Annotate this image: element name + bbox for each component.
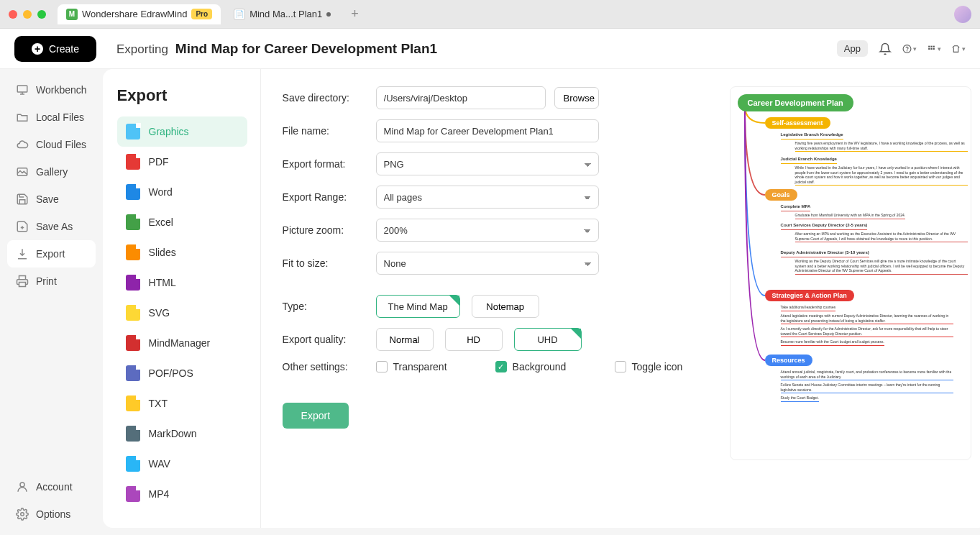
mm-branch-strategies: Strategies & Action Plan [765,290,854,301]
mm-node: As I currently work directly for the Adm… [781,326,953,337]
titlebar: M Wondershare EdrawMind Pro 📄 Mind Ma...… [0,0,980,29]
plus-icon: + [32,43,43,55]
mm-node: Working as the Deputy Director of Court … [795,258,968,275]
quality-uhd-button[interactable]: UHD [514,328,582,351]
txt-file-icon [126,395,140,411]
save-dir-input[interactable] [376,86,546,109]
format-svg[interactable]: SVG [117,298,247,328]
folder-icon [16,111,29,124]
checkbox-checked-icon: ✓ [495,361,507,372]
format-mp4[interactable]: MP4 [117,479,247,509]
minimize-window-icon[interactable] [23,10,32,19]
format-slides[interactable]: Slides [117,237,247,268]
format-wav[interactable]: WAV [117,449,247,479]
help-icon[interactable]: ▾ [902,42,917,56]
browse-button[interactable]: Browse [554,87,599,109]
user-avatar[interactable] [954,6,971,23]
gear-icon [16,508,29,521]
background-checkbox[interactable]: ✓Background [495,361,589,372]
shirt-icon[interactable]: ▾ [951,42,966,56]
svg-rect-10 [19,283,26,287]
format-txt[interactable]: TXT [117,388,247,419]
export-button[interactable]: Export [283,403,349,429]
mindmanager-file-icon [126,335,140,351]
sidebar-item-account[interactable]: Account [7,473,96,500]
sidebar-item-label: Cloud Files [36,139,86,150]
other-settings-label: Other settings: [283,361,376,372]
tab-app-label: Wondershare EdrawMind [82,9,187,19]
svg-rect-4 [933,45,935,47]
export-format-select[interactable]: PNG [376,152,599,175]
app-button[interactable]: App [837,40,868,57]
format-label: Excel [149,216,173,228]
format-word[interactable]: Word [117,177,247,207]
grid-icon[interactable]: ▾ [927,42,941,56]
format-mindmanager[interactable]: MindManager [117,328,247,358]
fit-to-size-select[interactable]: None [376,252,599,275]
format-html[interactable]: HTML [117,268,247,298]
sidebar-item-label: Save As [36,221,73,232]
export-range-label: Export Range: [283,191,376,203]
svg-rect-7 [933,47,935,49]
picture-zoom-label: Picture zoom: [283,224,376,236]
format-label: HTML [149,277,176,288]
create-button[interactable]: + Create [14,36,96,62]
mm-node: Court Services Deputy Director (2-5 year… [781,222,868,230]
format-excel[interactable]: Excel [117,207,247,237]
bell-icon[interactable] [878,42,892,56]
save-dir-label: Save directory: [283,92,376,104]
export-format-label: Export format: [283,158,376,170]
quality-normal-button[interactable]: Normal [376,328,434,351]
sidebar-item-cloudfiles[interactable]: Cloud Files [7,131,96,158]
sidebar-item-label: Save [36,193,59,205]
export-form: Save directory: Browse File name: Export… [261,69,730,528]
tab-document[interactable]: 📄 Mind Ma...t Plan1 [225,4,339,24]
checkbox-label: Transparent [393,361,447,372]
toggle-icon-checkbox[interactable]: Toggle icon [615,361,708,372]
sidebar-item-options[interactable]: Options [7,500,96,528]
word-file-icon [126,184,140,200]
mm-node: Deputy Administrative Director (5-10 yea… [781,250,869,257]
export-icon [16,247,29,260]
new-tab-button[interactable]: + [344,4,366,24]
type-label: Type: [283,301,376,312]
mm-node: Complete MPA [781,204,811,211]
sidebar-item-save[interactable]: Save [7,186,96,213]
mp4-file-icon [126,486,140,502]
pdf-file-icon [126,154,140,170]
format-pdf[interactable]: PDF [117,147,247,177]
window-controls [9,10,46,19]
sidebar-item-label: Workbench [36,84,87,96]
sidebar-item-export[interactable]: Export [7,240,96,268]
type-mindmap-button[interactable]: The Mind Map [376,295,460,318]
format-label: TXT [149,398,168,409]
export-range-select[interactable]: All pages [376,186,599,209]
sidebar-item-gallery[interactable]: Gallery [7,158,96,186]
type-notemap-button[interactable]: Notemap [472,295,539,318]
sidebar-item-label: Export [36,248,65,260]
picture-zoom-select[interactable]: 200% [376,219,599,242]
format-pof[interactable]: POF/POS [117,358,247,388]
format-label: SVG [149,307,170,319]
format-label: Word [149,186,173,198]
maximize-window-icon[interactable] [37,10,46,19]
content: Export Graphics PDF Word Excel Slides HT… [103,69,980,535]
format-graphics[interactable]: Graphics [117,116,247,147]
sidebar-item-print[interactable]: Print [7,268,96,295]
quality-hd-button[interactable]: HD [445,328,503,351]
mm-node: Attend legislative meetings with current… [781,313,953,324]
sidebar-item-workbench[interactable]: Workbench [7,76,96,104]
mm-node: While I have worked in the Judiciary for… [795,165,968,186]
file-name-input[interactable] [376,119,599,142]
format-label: MP4 [149,488,170,500]
format-label: WAV [149,458,170,470]
sidebar-item-localfiles[interactable]: Local Files [7,104,96,131]
tab-app[interactable]: M Wondershare EdrawMind Pro [58,4,221,24]
checkbox-label: Toggle icon [632,361,683,372]
export-title: Export [117,86,255,105]
close-window-icon[interactable] [9,10,17,19]
format-markdown[interactable]: MarkDown [117,419,247,449]
transparent-checkbox[interactable]: Transparent [376,361,470,372]
breadcrumb-section: Exporting [116,42,168,57]
sidebar-item-saveas[interactable]: Save As [7,213,96,240]
